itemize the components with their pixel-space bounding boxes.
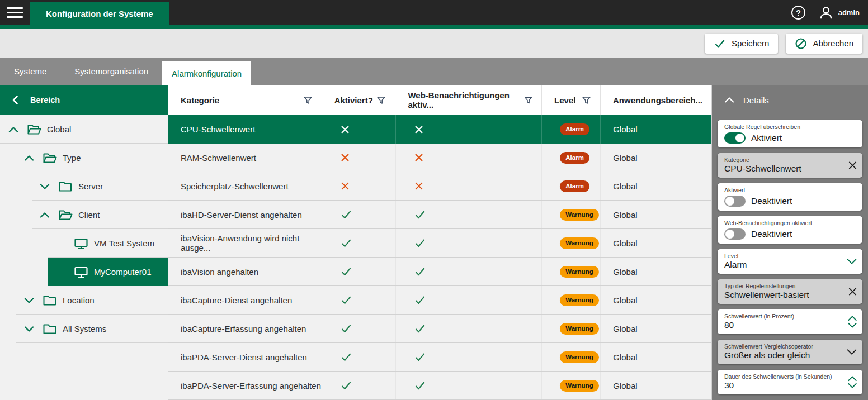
- detail-card-global-rule-override: Globale Regel überschreiben Aktiviert: [718, 120, 862, 147]
- level-badge: Alarm: [560, 123, 589, 135]
- detail-card-aktiviert: Aktiviert Deaktiviert: [718, 183, 862, 211]
- clear-icon[interactable]: [848, 287, 857, 297]
- table-row[interactable]: ibaVision-Anwendung wird nicht ausge... …: [168, 229, 711, 258]
- enabled-toggle[interactable]: [724, 196, 746, 207]
- decrement-icon[interactable]: [847, 322, 857, 328]
- chevron-down-icon[interactable]: [846, 258, 857, 265]
- back-icon[interactable]: [10, 94, 21, 106]
- user-menu[interactable]: admin: [818, 5, 860, 21]
- tab-alarmkonfiguration[interactable]: Alarmkonfiguration: [162, 61, 251, 85]
- system-tree: Global Type: [0, 115, 168, 343]
- category-cell: ibaCapture-Dienst angehalten: [168, 286, 322, 314]
- tree-item-label: All Systems: [63, 324, 106, 334]
- tree-item-label: Client: [78, 210, 100, 220]
- table-row[interactable]: ibaCapture-Dienst angehalten Warnung Glo…: [168, 286, 711, 315]
- enabled-mark: [340, 208, 352, 221]
- category-cell: ibaCapture-Erfassung angehalten: [168, 315, 322, 342]
- check-icon: [714, 37, 726, 50]
- table-header: Kategorie Aktiviert? Web-Benachrichtigun…: [168, 85, 711, 115]
- scope-cell: Global: [601, 315, 711, 342]
- level-badge: Warnung: [560, 266, 598, 278]
- filter-icon[interactable]: [582, 96, 591, 105]
- detail-card-vergleichsoperator[interactable]: Schwellenwert-Vergleichsoperator Größer …: [718, 340, 862, 364]
- table-row[interactable]: CPU-Schwellenwert Alarm Global: [168, 115, 711, 144]
- category-cell: ibaPDA-Server-Dienst angehalten: [168, 343, 322, 371]
- level-badge: Warnung: [560, 351, 598, 363]
- filter-icon[interactable]: [524, 96, 532, 105]
- web-notifications-toggle[interactable]: [724, 228, 746, 240]
- web-notification-mark: [414, 125, 424, 135]
- expand-chevron-icon[interactable]: [38, 209, 51, 221]
- increment-icon[interactable]: [847, 315, 857, 321]
- enabled-mark: [340, 265, 352, 278]
- tree-item-client[interactable]: Client: [0, 201, 168, 229]
- web-notification-mark: [414, 351, 426, 363]
- clear-icon[interactable]: [848, 161, 857, 170]
- collapse-chevron-icon: [723, 94, 735, 106]
- global-rule-override-toggle[interactable]: [724, 132, 746, 144]
- web-notification-mark: [414, 237, 426, 249]
- increment-icon[interactable]: [847, 375, 857, 382]
- cancel-button[interactable]: Abbrechen: [786, 34, 862, 54]
- scope-cell: Global: [601, 229, 711, 257]
- cancel-icon: [795, 37, 807, 50]
- detail-card-level[interactable]: Level Alarm: [718, 249, 862, 274]
- enabled-mark: [340, 322, 352, 335]
- details-header[interactable]: Details: [712, 85, 868, 115]
- expand-chevron-icon[interactable]: [22, 153, 36, 164]
- expand-chevron-icon[interactable]: [38, 181, 51, 192]
- app-title-tab[interactable]: Konfiguration der Systeme: [30, 2, 169, 25]
- enabled-mark: [340, 379, 352, 392]
- column-header-aktiviert: Aktiviert?: [322, 85, 396, 115]
- tree-item-location[interactable]: Location: [0, 286, 168, 315]
- chevron-down-icon[interactable]: [846, 348, 857, 356]
- username: admin: [838, 8, 860, 17]
- table-row[interactable]: ibaPDA-Server-Erfassung angehalten Warnu…: [168, 372, 711, 400]
- tree-item-mycomputer01[interactable]: MyComputer01: [48, 258, 168, 286]
- web-notification-mark: [414, 379, 426, 392]
- filter-icon[interactable]: [303, 96, 313, 105]
- table-row[interactable]: ibaCapture-Erfassung angehalten Warnung …: [168, 315, 711, 343]
- tree-item-vm-test-system[interactable]: VM Test System: [0, 229, 168, 258]
- detail-card-regel-typ: Typ der Regeleinstellungen Schwellenwert…: [718, 279, 862, 304]
- level-badge: Warnung: [560, 209, 598, 221]
- scope-cell: Global: [601, 201, 711, 228]
- detail-card-dauer-sekunden[interactable]: Dauer des Schwellenwerts (in Sekunden) 3…: [718, 370, 862, 394]
- svg-text:?: ?: [796, 8, 801, 17]
- category-cell: ibaPDA-Server-Erfassung angehalten: [168, 372, 322, 399]
- column-header-kategorie: Kategorie: [168, 85, 322, 115]
- help-icon[interactable]: ?: [791, 5, 806, 20]
- table-row[interactable]: RAM-Schwellenwert Alarm Global: [168, 144, 711, 172]
- tree-item-global[interactable]: Global: [0, 115, 168, 144]
- scope-cell: Global: [601, 343, 711, 371]
- tree-item-server[interactable]: Server: [0, 172, 168, 201]
- tab-systeme[interactable]: Systeme: [0, 58, 60, 85]
- filter-icon[interactable]: [376, 96, 386, 105]
- folder-open-icon: [43, 152, 57, 164]
- web-notification-mark: [414, 181, 424, 191]
- enabled-mark: [340, 294, 352, 306]
- table-row[interactable]: ibaVision angehalten Warnung Global: [168, 258, 711, 286]
- folder-open-icon: [58, 209, 73, 221]
- level-badge: Alarm: [560, 152, 589, 164]
- tree-item-type[interactable]: Type: [0, 144, 168, 172]
- tree-item-all-systems[interactable]: All Systems: [0, 315, 168, 343]
- scope-cell: Global: [601, 372, 711, 399]
- expand-chevron-icon[interactable]: [7, 124, 20, 135]
- detail-card-schwellenwert-prozent[interactable]: Schwellenwert (in Prozent) 80: [718, 309, 862, 334]
- decrement-icon[interactable]: [847, 383, 857, 389]
- table-row[interactable]: ibaPDA-Server-Dienst angehalten Warnung …: [168, 343, 711, 372]
- expand-chevron-icon[interactable]: [22, 295, 36, 306]
- web-notification-mark: [414, 153, 424, 163]
- save-button[interactable]: Speichern: [705, 34, 779, 54]
- menu-icon[interactable]: [0, 0, 30, 25]
- category-cell: ibaVision angehalten: [168, 258, 322, 285]
- web-notification-mark: [414, 208, 426, 221]
- tree-item-label: Global: [47, 125, 71, 134]
- category-cell: CPU-Schwellenwert: [168, 115, 322, 144]
- expand-chevron-icon[interactable]: [22, 323, 36, 335]
- table-row[interactable]: ibaHD-Server-Dienst angehalten Warnung G…: [168, 201, 711, 229]
- tab-systemorganisation[interactable]: Systemorganisation: [60, 58, 162, 85]
- folder-closed-icon: [43, 294, 57, 307]
- table-row[interactable]: Speicherplatz-Schwellenwert Alarm Global: [168, 172, 711, 201]
